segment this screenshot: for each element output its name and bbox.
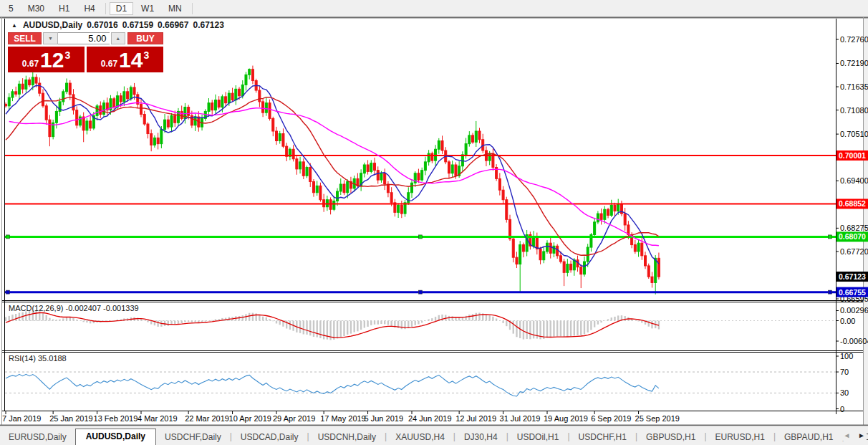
tab-eurusd-daily[interactable]: EURUSD,Daily	[0, 430, 75, 445]
volume-input[interactable]	[58, 32, 110, 44]
tab-scroll-arrows: ◄ ►	[842, 430, 867, 441]
tab-eurusd-h1[interactable]: EURUSD,H1	[707, 430, 773, 445]
tab-usdcad-daily[interactable]: USDCAD,Daily	[232, 430, 307, 445]
tab-xauusd-h4[interactable]: XAUUSD,H4	[387, 430, 453, 445]
svg-text:25 Sep 2019: 25 Sep 2019	[635, 414, 680, 423]
svg-text:25 Jan 2019: 25 Jan 2019	[49, 414, 93, 423]
one-click-trade-panel: SELL ▼ ▲ BUY 0.67 12 3 0.67 14 3	[8, 32, 163, 72]
rsi-value: 35.0188	[38, 354, 67, 363]
tab-usdcnh-daily[interactable]: USDCNH,Daily	[309, 430, 385, 445]
ohlc-close: 0.67123	[193, 20, 223, 30]
volume-up-button[interactable]: ▲	[111, 32, 125, 44]
svg-text:100: 100	[840, 352, 853, 360]
svg-text:0.002968: 0.002968	[840, 306, 868, 315]
arrow-down-icon: ▼	[48, 36, 53, 41]
svg-text:0.68275: 0.68275	[840, 224, 868, 232]
svg-text:0.72760: 0.72760	[840, 35, 868, 44]
svg-text:4 Mar 2019: 4 Mar 2019	[138, 414, 178, 423]
svg-text:0.67123: 0.67123	[839, 272, 866, 281]
chart-tab-bar: EURUSD,DailyAUDUSD,DailyUSDCHF,Daily|USD…	[0, 427, 868, 445]
tab-scroll-right-icon[interactable]: ►	[858, 431, 865, 439]
svg-text:0.69400: 0.69400	[840, 176, 868, 185]
buy-price-pip: 3	[143, 49, 149, 61]
svg-text:5 Jun 2019: 5 Jun 2019	[365, 414, 403, 423]
sell-price-pip: 3	[64, 49, 70, 61]
buy-price-main: 14	[119, 49, 143, 71]
svg-text:0.70510: 0.70510	[840, 130, 868, 138]
tab-usdchf-daily[interactable]: USDCHF,Daily	[156, 430, 230, 445]
tab-usdchf-h1[interactable]: USDCHF,H1	[570, 430, 635, 445]
arrow-up-icon: ▲	[115, 36, 120, 41]
svg-text:0.66755: 0.66755	[839, 288, 866, 297]
svg-text:-0.006047: -0.006047	[840, 337, 868, 345]
svg-text:0.67720: 0.67720	[840, 247, 868, 256]
svg-text:10 Apr 2019: 10 Apr 2019	[229, 414, 271, 423]
macd-values: -0.002407 -0.001339	[65, 304, 138, 312]
buy-price-box[interactable]: 0.67 14 3	[87, 47, 163, 72]
svg-text:30: 30	[840, 388, 849, 397]
svg-text:29 Apr 2019: 29 Apr 2019	[273, 414, 315, 423]
tab-gbpaud-h1[interactable]: GBPAUD,H1	[776, 430, 842, 445]
tab-usdoil-h1[interactable]: USDOil,H1	[508, 430, 568, 445]
sell-price-box[interactable]: 0.67 12 3	[8, 47, 85, 72]
macd-name: MACD(12,26,9)	[9, 304, 63, 312]
ohlc-open: 0.67016	[87, 20, 117, 30]
svg-text:70: 70	[840, 368, 849, 376]
svg-text:7 Jan 2019: 7 Jan 2019	[2, 414, 41, 423]
rsi-name: RSI(14)	[9, 354, 36, 363]
chart-title: ▲ AUDUSD,Daily 0.67016 0.67159 0.66967 0…	[11, 20, 224, 30]
tab-dj30-h4[interactable]: DJ30,H4	[455, 430, 506, 445]
tab-audusd-daily[interactable]: AUDUSD,Daily	[75, 429, 156, 445]
svg-text:0.68070: 0.68070	[839, 232, 866, 241]
svg-text:0.72190: 0.72190	[840, 59, 868, 67]
svg-text:12 Jul 2019: 12 Jul 2019	[455, 414, 496, 423]
svg-text:24 Jun 2019: 24 Jun 2019	[408, 414, 452, 423]
buy-price-prefix: 0.67	[101, 59, 117, 69]
rsi-label: RSI(14) 35.0188	[9, 354, 67, 363]
chart-symbol: AUDUSD,Daily	[23, 20, 82, 30]
svg-text:6 Sep 2019: 6 Sep 2019	[591, 414, 631, 423]
svg-text:0.70001: 0.70001	[839, 151, 866, 160]
macd-label: MACD(12,26,9) -0.002407 -0.001339	[9, 304, 139, 312]
svg-text:0.71080: 0.71080	[840, 106, 868, 115]
svg-text:0.71635: 0.71635	[840, 82, 868, 91]
buy-button[interactable]: BUY	[127, 32, 163, 44]
tab-gbpusd-h1[interactable]: GBPUSD,H1	[637, 430, 704, 445]
ohlc-high: 0.67159	[122, 20, 153, 30]
svg-text:0.68852: 0.68852	[839, 199, 866, 208]
tab-scroll-left-icon[interactable]: ◄	[843, 431, 850, 439]
svg-text:22 Mar 2019: 22 Mar 2019	[185, 414, 229, 423]
sell-price-prefix: 0.67	[22, 59, 39, 69]
sell-price-main: 12	[40, 49, 64, 71]
collapse-triangle-icon[interactable]: ▲	[11, 22, 17, 29]
mt4-window: { "toolbar": {"items": ["5", "M30", "H1"…	[0, 0, 868, 445]
svg-text:17 May 2019: 17 May 2019	[320, 414, 366, 423]
svg-text:13 Feb 2019: 13 Feb 2019	[94, 414, 138, 423]
svg-text:0.00: 0.00	[840, 317, 855, 325]
ohlc-low: 0.66967	[158, 20, 188, 30]
volume-down-button[interactable]: ▼	[43, 32, 57, 44]
svg-text:31 Jul 2019: 31 Jul 2019	[500, 414, 541, 423]
svg-text:19 Aug 2019: 19 Aug 2019	[544, 414, 588, 423]
sell-button[interactable]: SELL	[8, 32, 42, 44]
svg-text:0: 0	[840, 405, 844, 413]
